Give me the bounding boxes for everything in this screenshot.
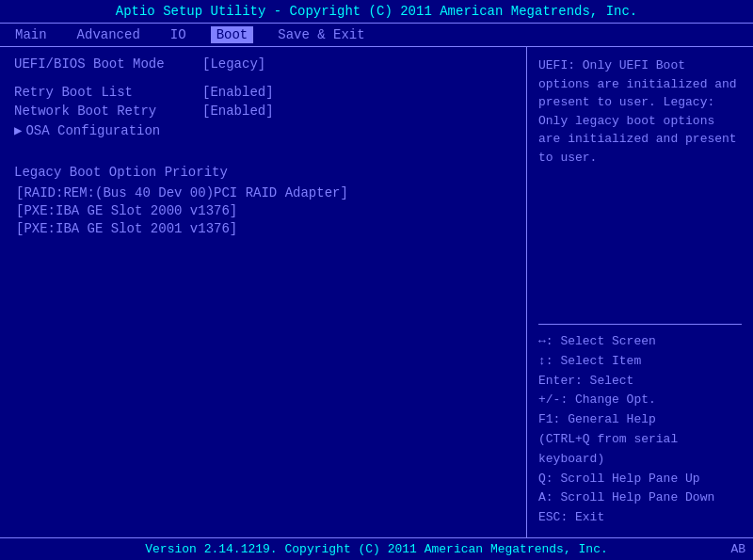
uefi-bios-boot-mode-value: [Legacy] <box>202 56 265 72</box>
main-content: UEFI/BIOS Boot Mode [Legacy] Retry Boot … <box>0 47 753 537</box>
key-enter: Enter: Select <box>538 372 742 392</box>
key-change-opt: +/-: Change Opt. <box>538 391 742 410</box>
uefi-bios-boot-mode-label: UEFI/BIOS Boot Mode <box>14 56 202 72</box>
boot-priority-header: Legacy Boot Option Priority <box>14 165 512 180</box>
right-panel: UEFI: Only UEFI Boot options are initial… <box>527 47 753 537</box>
key-scroll-down: A: Scroll Help Pane Down <box>538 488 742 508</box>
menu-item-save-and-exit[interactable]: Save & Exit <box>272 26 370 43</box>
footer-ab-label: AB <box>730 542 745 556</box>
key-f1: F1: General Help <box>538 410 742 430</box>
boot-option-3[interactable]: [PXE:IBA GE Slot 2001 v1376] <box>14 221 512 236</box>
menu-bar[interactable]: MainAdvancedIOBootSave & Exit <box>0 24 753 47</box>
osa-configuration-label: OSA Configuration <box>25 123 214 138</box>
retry-boot-list-value: [Enabled] <box>202 85 274 100</box>
key-select-item: ↕: Select Item <box>538 352 742 372</box>
menu-item-advanced[interactable]: Advanced <box>72 26 146 43</box>
retry-boot-list-row[interactable]: Retry Boot List [Enabled] <box>14 85 512 100</box>
footer: Version 2.14.1219. Copyright (C) 2011 Am… <box>0 537 753 560</box>
network-boot-retry-row[interactable]: Network Boot Retry [Enabled] <box>14 104 512 119</box>
osa-configuration-row[interactable]: ▶ OSA Configuration <box>14 122 512 138</box>
submenu-arrow-icon: ▶ <box>14 122 22 138</box>
key-ctrl-q: (CTRL+Q from serial <box>538 430 742 450</box>
key-scroll-up: Q: Scroll Help Pane Up <box>538 470 742 489</box>
footer-text: Version 2.14.1219. Copyright (C) 2011 Am… <box>145 542 607 556</box>
title-bar: Aptio Setup Utility - Copyright (C) 2011… <box>0 0 753 24</box>
boot-option-2[interactable]: [PXE:IBA GE Slot 2000 v1376] <box>14 203 512 218</box>
menu-item-io[interactable]: IO <box>165 26 192 43</box>
network-boot-retry-value: [Enabled] <box>202 104 274 119</box>
key-select-screen: ↔: Select Screen <box>538 332 742 352</box>
menu-item-boot[interactable]: Boot <box>211 26 254 43</box>
key-esc: ESC: Exit <box>538 508 742 528</box>
title-text: Aptio Setup Utility - Copyright (C) 2011… <box>116 4 638 19</box>
menu-item-main[interactable]: Main <box>9 26 53 43</box>
uefi-bios-boot-mode-row[interactable]: UEFI/BIOS Boot Mode [Legacy] <box>14 56 512 72</box>
network-boot-retry-label: Network Boot Retry <box>14 104 202 119</box>
boot-option-1[interactable]: [RAID:REM:(Bus 40 Dev 00)PCI RAID Adapte… <box>14 185 512 200</box>
bios-screen: Aptio Setup Utility - Copyright (C) 2011… <box>0 0 753 560</box>
left-panel: UEFI/BIOS Boot Mode [Legacy] Retry Boot … <box>0 47 527 537</box>
key-help: ↔: Select Screen ↕: Select Item Enter: S… <box>538 324 742 528</box>
retry-boot-list-label: Retry Boot List <box>14 85 202 100</box>
key-ctrl-q-cont: keyboard) <box>538 450 742 470</box>
help-text: UEFI: Only UEFI Boot options are initial… <box>538 56 742 316</box>
